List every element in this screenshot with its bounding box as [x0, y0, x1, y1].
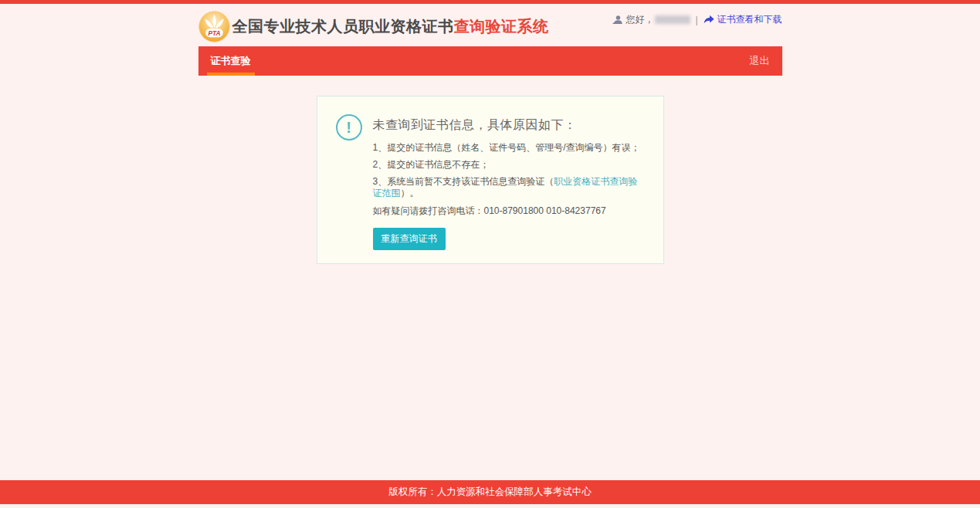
reason-item-2: 2、提交的证书信息不存在； — [373, 159, 645, 171]
page-title-main: 全国专业技术人员职业资格证书 — [232, 18, 454, 35]
page-title-accent: 查询验证系统 — [454, 18, 549, 35]
main-content: ! 未查询到证书信息，具体原因如下： 1、提交的证书信息（姓名、证件号码、管理号… — [198, 76, 782, 264]
user-info: 您好， | 证书查看和下载 — [612, 13, 782, 26]
separator: | — [695, 15, 697, 25]
reason-item-3: 3、系统当前暂不支持该证书信息查询验证（职业资格证书查询验证范围）。 — [373, 176, 645, 199]
brand: PTA 全国专业技术人员职业资格证书查询验证系统 — [198, 11, 549, 42]
page-title: 全国专业技术人员职业资格证书查询验证系统 — [232, 16, 549, 37]
contact-phone-line: 如有疑问请拨打咨询电话：010-87901800 010-84237767 — [373, 205, 645, 218]
nav-bar: 证书查验 退出 — [198, 46, 782, 76]
tab-certificate-verification[interactable]: 证书查验 — [198, 46, 263, 76]
header: PTA 全国专业技术人员职业资格证书查询验证系统 您好， | — [198, 4, 782, 46]
person-icon — [612, 15, 622, 25]
exclamation-circle-icon: ! — [336, 114, 362, 141]
reason-item-1: 1、提交的证书信息（姓名、证件号码、管理号/查询编号）有误； — [373, 142, 645, 154]
alert-title: 未查询到证书信息，具体原因如下： — [373, 117, 645, 134]
requery-certificate-button[interactable]: 重新查询证书 — [373, 228, 446, 250]
user-greeting: 您好， — [626, 13, 653, 26]
footer: 版权所有：人力资源和社会保障部人事考试中心 — [0, 480, 980, 504]
alert-body: 未查询到证书信息，具体原因如下： 1、提交的证书信息（姓名、证件号码、管理号/查… — [373, 113, 645, 250]
tab-label: 证书查验 — [211, 55, 251, 66]
reason-3-text-before: 3、系统当前暂不支持该证书信息查询验证（ — [373, 176, 554, 187]
share-arrow-icon — [704, 15, 714, 25]
certificate-download-link[interactable]: 证书查看和下载 — [704, 13, 782, 26]
logo-text: PTA — [208, 29, 220, 37]
active-tab-underline — [207, 73, 255, 76]
alert-reason-list: 1、提交的证书信息（姓名、证件号码、管理号/查询编号）有误； 2、提交的证书信息… — [373, 142, 645, 199]
user-name-redacted — [655, 15, 690, 24]
copyright-text: 版权所有：人力资源和社会保障部人事考试中心 — [388, 486, 592, 497]
reason-3-text-after: ）。 — [401, 188, 419, 198]
logout-button[interactable]: 退出 — [738, 46, 782, 76]
certificate-download-label: 证书查看和下载 — [717, 13, 782, 26]
pta-lotus-logo-icon: PTA — [198, 11, 230, 42]
not-found-alert-card: ! 未查询到证书信息，具体原因如下： 1、提交的证书信息（姓名、证件号码、管理号… — [317, 96, 664, 264]
